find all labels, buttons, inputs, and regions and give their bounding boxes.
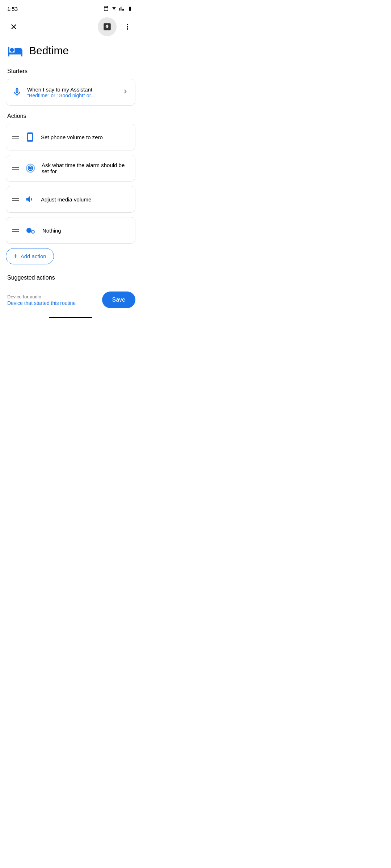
shortcut-button[interactable] <box>98 17 117 36</box>
volume-icon <box>25 194 35 204</box>
phone-icon <box>25 132 35 142</box>
starter-title: When I say to my Assistant <box>27 86 115 93</box>
suggested-actions-header: Suggested actions <box>0 273 141 287</box>
close-icon <box>9 22 18 31</box>
app-bar <box>0 16 141 38</box>
action-text-4: Nothing <box>42 227 61 234</box>
device-label: Device for audio <box>7 294 76 299</box>
drag-handle-3[interactable] <box>12 198 19 201</box>
wifi-icon <box>111 6 117 11</box>
page-title-area: Bedtime <box>0 38 141 65</box>
action-card-nothing[interactable]: Nothing <box>6 217 135 244</box>
microphone-icon <box>12 87 22 97</box>
save-button[interactable]: Save <box>102 292 135 308</box>
action-card-phone-volume[interactable]: Set phone volume to zero <box>6 124 135 150</box>
signal-icon <box>119 6 124 12</box>
action-text-2: Ask what time the alarm should be set fo… <box>42 162 129 174</box>
starter-subtitle: "Bedtime" or "Good night" or... <box>27 93 115 98</box>
battery-icon <box>126 6 134 11</box>
starter-card[interactable]: When I say to my Assistant "Bedtime" or … <box>6 79 135 106</box>
svg-point-0 <box>29 167 32 170</box>
shortcut-icon <box>102 22 112 31</box>
device-info: Device for audio Device that started thi… <box>7 294 76 306</box>
bottom-area: Device for audio Device that started thi… <box>0 287 141 314</box>
action-text-3: Adjust media volume <box>41 196 91 203</box>
add-action-label: Add action <box>21 253 46 259</box>
plus-icon: + <box>13 252 18 260</box>
svg-point-1 <box>26 228 31 233</box>
drag-handle-1[interactable] <box>12 136 19 139</box>
drag-handle-2[interactable] <box>12 167 19 170</box>
status-icons <box>103 6 134 12</box>
action-card-alarm[interactable]: Ask what time the alarm should be set fo… <box>6 155 135 182</box>
status-bar: 1:53 <box>0 0 141 16</box>
broadcast-icon <box>25 163 36 174</box>
close-button[interactable] <box>6 19 22 35</box>
starters-header: Starters <box>0 65 141 79</box>
app-bar-right <box>98 17 135 36</box>
bottom-indicator <box>0 314 141 320</box>
calendar-icon <box>103 6 109 12</box>
actions-header: Actions <box>0 110 141 124</box>
add-action-button[interactable]: + Add action <box>6 248 54 264</box>
status-time: 1:53 <box>7 6 18 12</box>
more-options-icon <box>123 22 132 31</box>
starter-text: When I say to my Assistant "Bedtime" or … <box>27 86 115 98</box>
bed-icon <box>7 43 23 58</box>
action-card-media-volume[interactable]: Adjust media volume <box>6 186 135 213</box>
starter-card-left: When I say to my Assistant "Bedtime" or … <box>12 86 115 98</box>
page-title: Bedtime <box>29 44 69 57</box>
assistant-icon <box>25 225 37 236</box>
action-text-1: Set phone volume to zero <box>41 134 103 140</box>
drag-handle-4[interactable] <box>12 229 19 232</box>
svg-point-3 <box>32 231 34 233</box>
device-value[interactable]: Device that started this routine <box>7 300 76 306</box>
chevron-right-icon <box>121 88 129 97</box>
more-options-button[interactable] <box>119 19 135 35</box>
bottom-indicator-bar <box>49 317 92 318</box>
